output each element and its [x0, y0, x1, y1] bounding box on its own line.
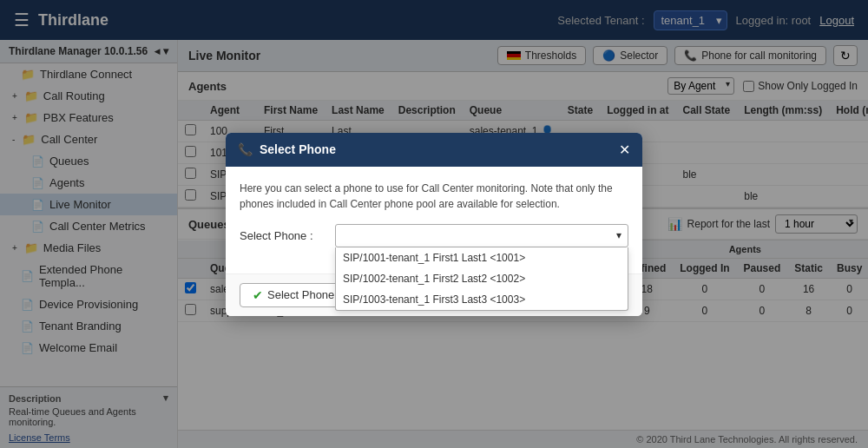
modal-close-button[interactable]: ✕ — [619, 142, 630, 158]
select-phone-button[interactable]: ✔ Select Phone — [240, 283, 347, 307]
modal-dropdown-item[interactable]: SIP/1003-tenant_1 First3 Last3 <1003> — [336, 289, 628, 310]
modal-header: 📞 Select Phone ✕ — [226, 133, 642, 167]
select-phone-label: Select Phone — [267, 288, 334, 301]
modal-select-label: Select Phone : — [240, 229, 326, 242]
modal-body: Here you can select a phone to use for C… — [226, 167, 642, 273]
modal-phone-icon: 📞 — [238, 142, 253, 156]
modal-phone-select[interactable]: SIP/1001-tenant_1 First1 Last1 <1001> SI… — [335, 224, 628, 247]
modal-description: Here you can select a phone to use for C… — [240, 181, 628, 212]
modal-overlay: 📞 Select Phone ✕ Here you can select a p… — [0, 0, 868, 448]
modal-dropdown-item[interactable]: SIP/1002-tenant_1 First2 Last2 <1002> — [336, 268, 628, 289]
modal-dropdown: SIP/1001-tenant_1 First1 Last1 <1001> SI… — [335, 247, 628, 311]
select-phone-modal: 📞 Select Phone ✕ Here you can select a p… — [226, 133, 642, 316]
modal-select-wrap: SIP/1001-tenant_1 First1 Last1 <1001> SI… — [335, 224, 628, 247]
modal-select-field: Select Phone : SIP/1001-tenant_1 First1 … — [240, 224, 628, 247]
check-icon: ✔ — [253, 288, 263, 302]
modal-title: Select Phone — [260, 142, 336, 156]
modal-dropdown-item[interactable]: SIP/1001-tenant_1 First1 Last1 <1001> — [336, 247, 628, 268]
modal-header-left: 📞 Select Phone — [238, 142, 336, 156]
